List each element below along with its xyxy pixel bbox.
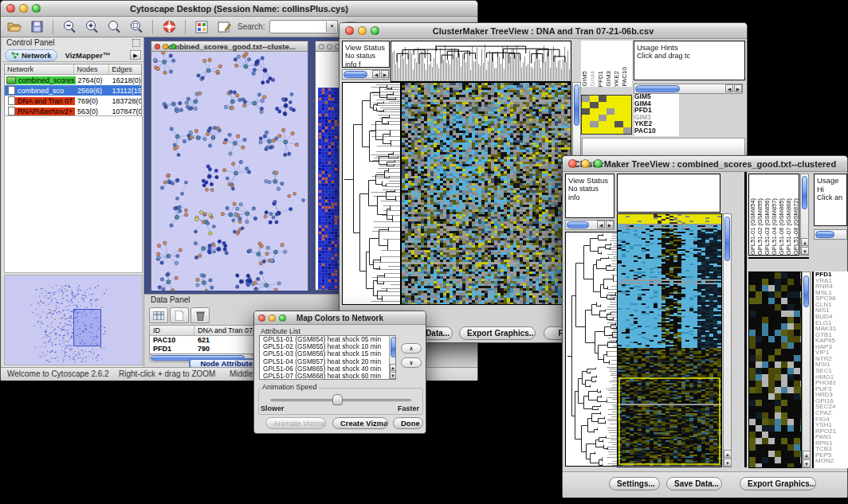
matrix-cell[interactable] <box>590 102 598 108</box>
matrix-cell[interactable] <box>582 121 590 127</box>
labels-vscrollbar[interactable]: ▲ ▼ <box>800 174 809 256</box>
minimize-button[interactable] <box>327 44 332 49</box>
move-down-button[interactable]: ∨ <box>401 357 422 368</box>
matrix-cell[interactable] <box>582 127 590 134</box>
scrollbar-thumb[interactable] <box>815 231 834 238</box>
float-panel-icon[interactable] <box>132 39 140 47</box>
zoom-heatmap-canvas[interactable] <box>749 272 801 467</box>
minimize-button[interactable] <box>163 44 168 49</box>
scroll-left-icon[interactable]: ◀ <box>597 221 605 229</box>
scrollbar-thumb[interactable] <box>391 337 396 357</box>
scrollbar-thumb[interactable] <box>803 275 809 307</box>
matrix-cell[interactable] <box>614 121 622 127</box>
zoom-out-button[interactable] <box>61 19 78 35</box>
export-graphics-button[interactable]: Export Graphics... <box>459 326 536 340</box>
top-dendrogram[interactable] <box>391 41 571 82</box>
matrix-cell[interactable] <box>623 108 631 115</box>
network-overview-canvas[interactable] <box>5 275 142 365</box>
matrix-cell[interactable] <box>582 102 590 108</box>
minimize-button[interactable] <box>358 26 367 35</box>
network-overview-panel[interactable] <box>4 275 143 365</box>
gene-label[interactable]: MON2 <box>815 458 848 464</box>
annotation-button[interactable] <box>215 19 233 35</box>
heatmap-vscrollbar[interactable]: ▲ ▼ <box>723 213 732 467</box>
matrix-cell[interactable] <box>582 96 590 102</box>
matrix-cell[interactable] <box>590 108 598 115</box>
matrix-cell[interactable] <box>614 127 622 134</box>
matrix-cell[interactable] <box>607 108 614 115</box>
matrix-cell[interactable] <box>607 127 614 134</box>
minimize-button[interactable] <box>269 315 276 322</box>
left-dendrogram[interactable] <box>565 232 618 467</box>
left-dendrogram[interactable] <box>342 82 401 305</box>
zoom-button[interactable] <box>594 159 603 168</box>
minimize-button[interactable] <box>581 159 590 168</box>
scroll-right-icon[interactable]: ▶ <box>381 70 389 78</box>
save-session-button[interactable] <box>28 19 45 35</box>
scroll-up-icon[interactable]: ▲ <box>724 450 732 458</box>
scroll-down-icon[interactable]: ▼ <box>801 247 809 255</box>
minimize-button[interactable] <box>19 4 28 13</box>
matrix-cell[interactable] <box>599 121 607 127</box>
scroll-right-icon[interactable]: ▶ <box>606 221 614 229</box>
matrix-cell[interactable] <box>599 108 607 115</box>
status-hscrollbar[interactable]: ◀ ▶ <box>342 69 390 80</box>
matrix-cell[interactable] <box>623 127 631 134</box>
create-vizmap-button[interactable]: Create Vizmap <box>332 417 388 429</box>
matrix-cell[interactable] <box>607 115 614 121</box>
scroll-right-icon[interactable]: ▶ <box>734 84 742 92</box>
scroll-down-icon[interactable]: ▼ <box>803 459 811 467</box>
close-button[interactable] <box>6 4 15 13</box>
attribute-vscrollbar[interactable]: ▲ ▼ <box>389 336 396 379</box>
close-button[interactable] <box>319 44 324 49</box>
zoom-selected-button[interactable] <box>128 19 145 35</box>
search-combo[interactable]: ▼ <box>269 20 338 33</box>
matrix-cell[interactable] <box>607 102 614 108</box>
network-tree-row[interactable]: DNA and Tran 07769(0)183728(0) <box>5 96 141 106</box>
scroll-down-icon[interactable]: ▼ <box>724 459 732 467</box>
move-up-button[interactable]: ∧ <box>401 343 422 354</box>
zoom-button[interactable] <box>32 4 41 13</box>
scroll-up-icon[interactable]: ▲ <box>801 238 809 246</box>
settings-button[interactable]: Settings... <box>609 477 660 490</box>
matrix-cell[interactable] <box>614 96 622 102</box>
tab-vizmapper[interactable]: VizMapper™ <box>59 50 116 61</box>
search-input[interactable] <box>270 23 326 35</box>
scrollbar-thumb[interactable] <box>567 221 589 229</box>
tab-overflow-icon[interactable]: ▶ <box>130 50 141 60</box>
network-view-frame[interactable]: combined_scores_good.txt--cluste... <box>151 41 308 291</box>
scrollbar-thumb[interactable] <box>574 84 579 126</box>
network-tree-row[interactable]: combined_sco2569(6)13112(15) <box>5 85 141 96</box>
zoom-in-button[interactable] <box>83 19 100 35</box>
close-button[interactable] <box>155 44 160 49</box>
vizmapper-button[interactable] <box>193 19 210 35</box>
zoom-button[interactable] <box>279 315 286 322</box>
hints-hscrollbar[interactable]: ◀ ▶ <box>634 84 743 94</box>
matrix-cell[interactable] <box>623 121 631 127</box>
main-heatmap[interactable] <box>617 213 722 467</box>
matrix-cell[interactable] <box>590 127 598 134</box>
main-titlebar[interactable]: Cytoscape Desktop (Session Name: collins… <box>1 1 477 17</box>
hints-hscrollbar[interactable] <box>814 229 847 240</box>
scrollbar-thumb[interactable] <box>344 71 367 78</box>
scrollbar-thumb[interactable] <box>802 176 807 209</box>
network-tree-row[interactable]: combined_scores2764(0)16218(0) <box>5 75 141 85</box>
attribute-list[interactable]: GPL51-01 (GSM854) heat shock 05 minGPL51… <box>259 335 396 380</box>
new-attribute-button[interactable] <box>170 307 189 323</box>
save-data-button[interactable]: Save Data... <box>666 477 722 490</box>
done-button[interactable]: Done <box>393 417 423 429</box>
matrix-cell[interactable] <box>614 102 622 108</box>
scrollbar-thumb[interactable] <box>635 85 680 92</box>
matrix-cell[interactable] <box>599 115 607 121</box>
attribute-list-item[interactable]: GPL51-07 (GSM868) heat shock 60 min <box>261 373 395 380</box>
help-button[interactable] <box>160 19 178 35</box>
matrix-cell[interactable] <box>590 115 598 121</box>
matrix-cell[interactable] <box>607 121 614 127</box>
matrix-cell[interactable] <box>582 108 590 115</box>
matrix-cell[interactable] <box>590 121 598 127</box>
matrix-cell[interactable] <box>607 96 614 102</box>
main-heatmap[interactable] <box>401 82 571 305</box>
open-session-button[interactable] <box>6 19 23 35</box>
matrix-cell[interactable] <box>590 96 598 102</box>
attribute-select-button[interactable] <box>149 307 168 323</box>
